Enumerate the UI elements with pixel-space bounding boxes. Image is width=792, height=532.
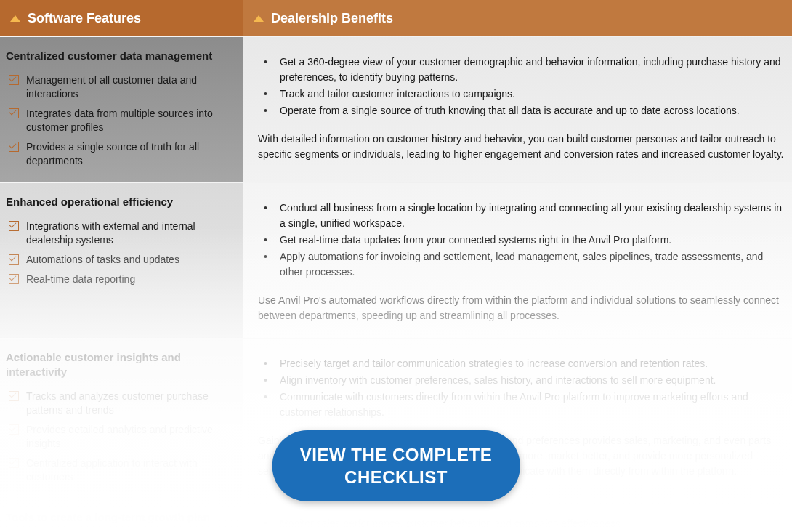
benefit-cell: Monitor sales performance, customer beha… xyxy=(243,499,792,532)
check-icon xyxy=(9,424,19,435)
benefit-text: Align inventory with customer preference… xyxy=(280,374,716,386)
table-row: Centralized customer data management Man… xyxy=(0,36,792,182)
view-complete-checklist-button[interactable]: VIEW THE COMPLETE CHECKLIST xyxy=(272,430,520,501)
feature-title: Tools to create a long-term growth plan xyxy=(6,510,233,525)
benefit-text: Precisely target and tailor communicatio… xyxy=(280,358,708,369)
feature-cell: Centralized customer data management Man… xyxy=(0,37,243,182)
feature-title: Enhanced operational efficiency xyxy=(6,195,233,209)
benefit-text: Conduct all business from a single locat… xyxy=(280,202,782,229)
list-item: Integrations with external and internal … xyxy=(6,219,233,247)
list-item: Conduct all business from a single locat… xyxy=(258,201,786,231)
feature-text: Provides detailed analytics and predicti… xyxy=(26,423,233,451)
feature-text: Management of all customer data and inte… xyxy=(26,73,233,101)
list-item: Get real-time data updates from your con… xyxy=(258,233,786,248)
feature-text: Provides a single source of truth for al… xyxy=(26,140,233,168)
check-icon xyxy=(9,458,19,468)
check-icon xyxy=(9,254,19,265)
benefit-text: Monitor sales performance, customer beha… xyxy=(280,517,623,529)
check-icon xyxy=(9,274,19,284)
feature-text: Centralized application to interact with… xyxy=(26,456,233,484)
feature-title: Actionable customer insights and interac… xyxy=(6,350,233,380)
benefit-text: Operate from a single source of truth kn… xyxy=(280,105,740,116)
header-left-label: Software Features xyxy=(28,11,141,26)
table-row: Enhanced operational efficiency Integrat… xyxy=(0,182,792,338)
benefit-text: Track and tailor customer interactions t… xyxy=(280,88,515,100)
benefit-summary: Use Anvil Pro's automated workflows dire… xyxy=(258,293,786,323)
benefit-list: Conduct all business from a single locat… xyxy=(258,201,786,280)
feature-list: Integrations with external and internal … xyxy=(6,219,233,286)
list-item: Precisely target and tailor communicatio… xyxy=(258,356,786,371)
check-icon xyxy=(9,75,19,85)
feature-cell: Tools to create a long-term growth plan xyxy=(0,499,243,532)
list-item: Tracks and analyzes customer purchase pa… xyxy=(6,390,233,417)
table-row: Tools to create a long-term growth plan … xyxy=(0,498,792,532)
list-item: Communicate with customers directly from… xyxy=(258,390,786,420)
benefit-text: Get real-time data updates from your con… xyxy=(280,234,671,246)
benefit-text: Get a 360-degree view of your customer d… xyxy=(280,56,781,83)
list-item: Real-time data reporting xyxy=(6,273,233,286)
feature-text: Integrates data from multiple sources in… xyxy=(26,107,233,134)
feature-text: Automations of tasks and updates xyxy=(26,253,179,267)
feature-text: Real-time data reporting xyxy=(26,273,135,286)
feature-text: Integrations with external and internal … xyxy=(26,219,233,247)
list-item: Apply automations for invoicing and sett… xyxy=(258,249,786,280)
triangle-up-icon xyxy=(254,15,264,22)
check-icon xyxy=(9,221,19,231)
benefit-cell: Get a 360-degree view of your customer d… xyxy=(243,37,792,182)
benefit-list: Get a 360-degree view of your customer d… xyxy=(258,55,786,118)
feature-list: Tracks and analyzes customer purchase pa… xyxy=(6,390,233,483)
benefit-text: Communicate with customers directly from… xyxy=(280,391,748,418)
list-item: Management of all customer data and inte… xyxy=(6,73,233,101)
check-icon xyxy=(9,108,19,118)
benefit-text: Apply automations for invoicing and sett… xyxy=(280,251,763,278)
feature-cell: Enhanced operational efficiency Integrat… xyxy=(0,183,243,338)
list-item: Provides a single source of truth for al… xyxy=(6,140,233,168)
list-item: Operate from a single source of truth kn… xyxy=(258,103,786,118)
header-software-features: Software Features xyxy=(0,0,243,36)
feature-list: Management of all customer data and inte… xyxy=(6,73,233,167)
feature-cell: Actionable customer insights and interac… xyxy=(0,339,243,499)
benefit-cell: Conduct all business from a single locat… xyxy=(243,183,792,338)
feature-text: Tracks and analyzes customer purchase pa… xyxy=(26,390,233,417)
benefit-list: Precisely target and tailor communicatio… xyxy=(258,356,786,420)
triangle-up-icon xyxy=(10,15,20,22)
header-right-label: Dealership Benefits xyxy=(271,11,393,26)
list-item: Get a 360-degree view of your customer d… xyxy=(258,55,786,85)
list-item: Align inventory with customer preference… xyxy=(258,373,786,388)
check-icon xyxy=(9,391,19,401)
list-item: Track and tailor customer interactions t… xyxy=(258,86,786,102)
feature-title: Centralized customer data management xyxy=(6,49,233,63)
benefit-summary: With detailed information on customer hi… xyxy=(258,132,786,162)
check-icon xyxy=(9,142,19,152)
list-item: Integrates data from multiple sources in… xyxy=(6,107,233,134)
benefit-list: Monitor sales performance, customer beha… xyxy=(258,516,786,531)
list-item: Monitor sales performance, customer beha… xyxy=(258,516,786,531)
list-item: Automations of tasks and updates xyxy=(6,253,233,267)
list-item: Centralized application to interact with… xyxy=(6,456,233,484)
table-header-row: Software Features Dealership Benefits xyxy=(0,0,792,36)
header-dealership-benefits: Dealership Benefits xyxy=(243,0,792,36)
list-item: Provides detailed analytics and predicti… xyxy=(6,423,233,451)
